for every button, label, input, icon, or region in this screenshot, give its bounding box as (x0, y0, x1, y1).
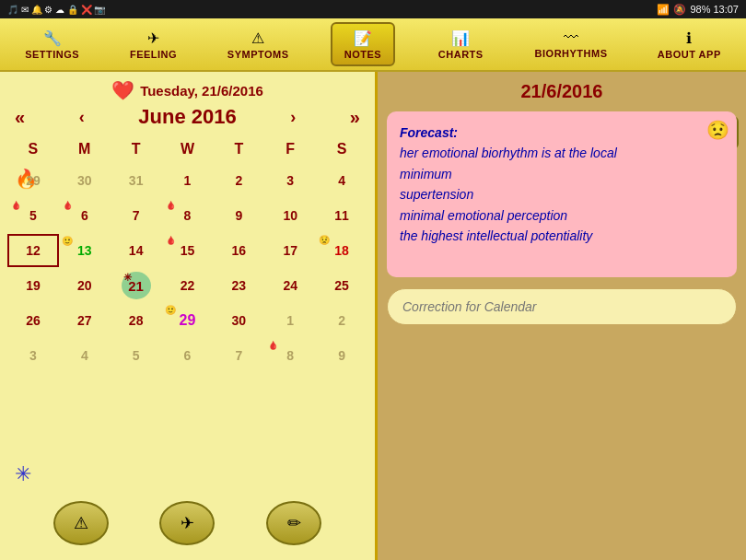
month-title: June 2016 (138, 105, 236, 129)
cal-day-21[interactable]: ✳ 21 (111, 269, 162, 302)
cal-day-13[interactable]: 🙂 13 (59, 234, 111, 267)
cal-day-3[interactable]: 3 (264, 164, 316, 197)
cal-day-20[interactable]: 20 (59, 269, 111, 302)
cal-day-17[interactable]: 17 (264, 234, 316, 267)
day-header-t1: T (111, 136, 162, 162)
cal-day-8[interactable]: 🩸 8 (162, 199, 214, 232)
cal-day-2-next[interactable]: 2 (316, 304, 367, 337)
signal-icon: 📶 (657, 4, 670, 16)
cal-day-22[interactable]: 22 (162, 269, 214, 302)
status-bar: 🎵 ✉ 🔔 ⚙ ☁ 🔒 ❌ 📷 📶 🔕 98% 13:07 (0, 0, 746, 18)
cal-day-14[interactable]: 14 (111, 234, 162, 267)
cal-day-26[interactable]: 26 (7, 304, 59, 337)
cal-day-10[interactable]: 10 (264, 199, 316, 232)
nav-item-feeling[interactable]: ✈ FEELING (122, 22, 186, 66)
cal-day-29[interactable]: 🙂 29 (162, 304, 214, 337)
feeling-label: FEELING (130, 49, 177, 60)
cal-day-11[interactable]: 11 (316, 199, 367, 232)
cal-day-16[interactable]: 16 (213, 234, 264, 267)
about-icon: ℹ (686, 29, 692, 47)
cal-day-6[interactable]: 🩸 6 (59, 199, 111, 232)
cal-day-5[interactable]: 🩸 5 (7, 199, 59, 232)
cal-day-6-next[interactable]: 6 (162, 339, 214, 372)
day-header-w: W (162, 136, 214, 162)
cal-day-29-prev[interactable]: 29 (7, 164, 59, 197)
cal-day-9[interactable]: 9 (213, 199, 264, 232)
prev-year-arrow[interactable]: « (15, 107, 25, 128)
prev-month-arrow[interactable]: ‹ (79, 108, 85, 127)
bottom-btn-person[interactable]: ✈ (159, 501, 215, 545)
notification-icons: 🎵 ✉ 🔔 ⚙ ☁ 🔒 ❌ 📷 (7, 5, 105, 15)
nav-item-charts[interactable]: 📊 CHARTS (428, 22, 493, 66)
cal-day-15[interactable]: 🩸 15 (162, 234, 214, 267)
about-label: ABOUT APP (658, 49, 721, 60)
cal-day-9-next[interactable]: 9 (316, 339, 367, 372)
nav-item-symptoms[interactable]: ⚠ SYMPTOMS (219, 22, 297, 66)
week-row-3: 12 🙂 13 14 🩸 15 16 17 😟 18 (7, 234, 367, 267)
right-panel-date: 21/6/2016 (387, 81, 737, 102)
week-row-2: 🩸 5 🩸 6 7 🩸 8 9 10 11 (7, 199, 367, 232)
forecast-box: 😟 Forecast: her emotional biorhythm is a… (387, 111, 737, 277)
cal-day-24[interactable]: 24 (264, 269, 316, 302)
forecast-label: Forecast: (400, 125, 458, 140)
correction-input[interactable] (402, 299, 721, 314)
forecast-line-5: the highest intellectual potentiality (400, 228, 592, 243)
correction-box[interactable] (387, 288, 737, 325)
calendar-grid: S M T W T F S 29 30 31 1 2 3 4 🩸 (7, 136, 367, 372)
cal-day-2[interactable]: 2 (213, 164, 264, 197)
cal-day-28[interactable]: 28 (111, 304, 162, 337)
symptoms-label: SYMPTOMS (227, 49, 289, 60)
cal-day-25[interactable]: 25 (316, 269, 367, 302)
biorhythms-icon: 〰 (564, 29, 578, 46)
bottom-btn-edit[interactable]: ✏ (266, 501, 321, 545)
bottom-controls: ⚠ ✈ ✏ (0, 501, 375, 545)
day-header-f: F (264, 136, 316, 162)
nav-item-biorhythms[interactable]: 〰 BIORHYTHMS (527, 22, 616, 66)
status-left-icons: 🎵 ✉ 🔔 ⚙ ☁ 🔒 ❌ 📷 (7, 5, 657, 15)
cal-day-30-prev[interactable]: 30 (59, 164, 111, 197)
day-header-m: M (59, 136, 111, 162)
cal-day-30[interactable]: 30 (213, 304, 264, 337)
forecast-line-2: minimum (400, 167, 452, 181)
bottom-btn-warning[interactable]: ⚠ (53, 501, 109, 545)
nav-bar: 🔧 SETTINGS ✈ FEELING ⚠ SYMPTOMS 📝 NOTES … (0, 18, 746, 72)
cal-day-31-prev[interactable]: 31 (111, 164, 162, 197)
nav-item-about[interactable]: ℹ ABOUT APP (649, 22, 729, 66)
cal-day-4[interactable]: 4 (316, 164, 367, 197)
week-row-4: 19 20 ✳ 21 22 23 24 25 (7, 269, 367, 302)
nav-item-notes[interactable]: 📝 NOTES (331, 22, 395, 66)
feeling-icon: ✈ (147, 29, 159, 47)
cal-day-19[interactable]: 19 (7, 269, 59, 302)
cal-day-5-next[interactable]: 5 (111, 339, 162, 372)
cal-day-8-next[interactable]: 🩸 8 (264, 339, 316, 372)
header-date: Tuesday, 21/6/2016 (140, 83, 263, 99)
next-year-arrow[interactable]: » (350, 107, 360, 128)
week-row-1: 29 30 31 1 2 3 4 (7, 164, 367, 197)
battery-text: 98% 13:07 (690, 4, 739, 15)
snowflake-icon: ✳ (15, 462, 31, 486)
day-headers-row: S M T W T F S (7, 136, 367, 162)
cal-day-1[interactable]: 1 (162, 164, 214, 197)
symptoms-icon: ⚠ (251, 29, 264, 47)
cal-day-7[interactable]: 7 (111, 199, 162, 232)
cal-day-23[interactable]: 23 (213, 269, 264, 302)
day-header-s2: S (316, 136, 367, 162)
cal-day-7-next[interactable]: 7 (213, 339, 264, 372)
settings-label: SETTINGS (25, 49, 79, 60)
biorhythms-label: BIORHYTHMS (535, 48, 608, 59)
notes-label: NOTES (344, 49, 381, 60)
cal-day-18[interactable]: 😟 18 (316, 234, 367, 267)
cal-day-3-next[interactable]: 3 (7, 339, 59, 372)
day-header-t2: T (213, 136, 264, 162)
nav-item-settings[interactable]: 🔧 SETTINGS (17, 22, 87, 66)
forecast-line-3: supertension (400, 187, 473, 202)
sad-face-icon: 😟 (706, 119, 729, 141)
charts-label: CHARTS (438, 49, 484, 60)
cal-day-1-next[interactable]: 1 (264, 304, 316, 337)
next-month-arrow[interactable]: › (290, 108, 296, 127)
main-content: 🔥 ❤️ Tuesday, 21/6/2016 « ‹ June 2016 › … (0, 72, 746, 560)
cal-day-12[interactable]: 12 (7, 234, 59, 267)
cal-day-27[interactable]: 27 (59, 304, 111, 337)
notes-icon: 📝 (354, 29, 372, 47)
cal-day-4-next[interactable]: 4 (59, 339, 111, 372)
